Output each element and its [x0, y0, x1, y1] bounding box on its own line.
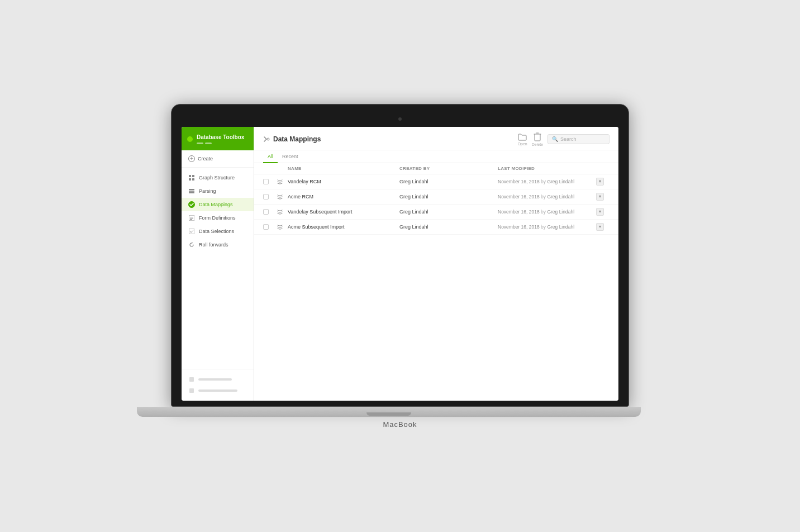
row-last-modified: November 16, 2018 by Greg Lindahl	[498, 194, 596, 200]
row-checkbox-cell	[263, 179, 277, 184]
search-input[interactable]	[560, 136, 605, 142]
svg-rect-5	[189, 191, 194, 192]
sidebar-item-label: Data Selections	[199, 229, 234, 234]
row-checkbox[interactable]	[263, 194, 269, 200]
sidebar-item-label: Data Mappings	[199, 202, 233, 207]
sidebar-create-button[interactable]: + Create	[182, 150, 254, 168]
main-title: Data Mappings	[273, 135, 321, 143]
sidebar-item-label: Graph Structure	[199, 175, 235, 180]
tab-recent[interactable]: Recent	[278, 150, 303, 163]
sidebar-item-label: Parsing	[199, 188, 216, 194]
open-button[interactable]: Open	[518, 133, 527, 146]
row-checkbox[interactable]	[263, 209, 269, 215]
macbook-notch	[366, 412, 411, 416]
data-table: NAME CREATED BY LAST MODIFIED	[254, 163, 618, 401]
row-action-button[interactable]: ▾	[596, 223, 604, 231]
sidebar-bottom-item-1	[188, 374, 247, 385]
sidebar-item-label: Roll forwards	[199, 242, 228, 248]
row-name: Acme RCM	[288, 194, 399, 200]
main-content: Data Mappings Open	[254, 127, 618, 401]
sidebar-subtitle-dots	[197, 142, 244, 144]
col-header-name: NAME	[288, 166, 399, 171]
camera-dot	[398, 117, 402, 121]
sidebar-item-data-selections[interactable]: Data Selections	[182, 225, 254, 238]
row-icon-cell	[277, 193, 288, 200]
table-body: Vandelay RCM Greg Lindahl November 16, 2…	[254, 174, 618, 235]
svg-rect-0	[189, 175, 191, 177]
delete-label: Delete	[532, 142, 543, 146]
tabs-bar: All Recent	[254, 150, 618, 163]
plus-circle-icon: +	[188, 155, 195, 162]
sidebar-item-label: Form Definitions	[199, 215, 236, 221]
svg-rect-10	[190, 218, 193, 218]
table-row: Acme RCM Greg Lindahl November 16, 2018 …	[254, 189, 618, 205]
col-header-actions	[596, 166, 609, 171]
subtitle-dot-1	[197, 142, 203, 144]
sidebar-item-graph-structure[interactable]: Graph Structure	[182, 171, 254, 184]
row-created-by: Greg Lindahl	[399, 224, 498, 230]
row-action-button[interactable]: ▾	[596, 208, 604, 216]
row-action-button[interactable]: ▾	[596, 178, 604, 186]
create-label: Create	[198, 156, 213, 162]
col-header-last-modified: LAST MODIFIED	[498, 166, 596, 171]
sidebar-item-data-mappings[interactable]: Data Mappings	[182, 198, 254, 211]
row-icon-cell	[277, 224, 288, 230]
bottom-icon-1	[188, 376, 195, 383]
row-last-modified: November 16, 2018 by Greg Lindahl	[498, 209, 596, 215]
row-action-button[interactable]: ▾	[596, 193, 604, 201]
row-created-by: Greg Lindahl	[399, 194, 498, 200]
sidebar-header: Database Toolbox	[182, 127, 254, 150]
form-icon	[188, 215, 195, 221]
sidebar-item-parsing[interactable]: Parsing	[182, 184, 254, 198]
macbook-screen-outer: Database Toolbox + Create	[171, 104, 629, 407]
svg-rect-2	[189, 178, 191, 180]
parsing-icon	[188, 188, 195, 194]
open-icon	[518, 133, 527, 141]
row-mapping-icon	[277, 224, 288, 230]
row-icon-cell	[277, 208, 288, 215]
row-created-by: Greg Lindahl	[399, 209, 498, 215]
tab-all[interactable]: All	[263, 150, 278, 163]
row-name: Acme Subsequent Import	[288, 224, 399, 230]
svg-rect-3	[192, 178, 194, 180]
table-row: Acme Subsequent Import Greg Lindahl Nove…	[254, 220, 618, 235]
row-action-cell: ▾	[596, 178, 609, 186]
row-checkbox[interactable]	[263, 224, 269, 230]
col-header-checkbox	[263, 166, 277, 171]
sidebar-bottom	[182, 369, 254, 401]
svg-rect-1	[192, 175, 194, 177]
row-mapping-icon	[277, 193, 288, 200]
svg-rect-4	[189, 189, 194, 190]
row-mapping-icon	[277, 208, 288, 215]
macbook-base	[137, 407, 641, 417]
row-checkbox-cell	[263, 194, 277, 200]
search-icon: 🔍	[552, 136, 558, 142]
app-container: Database Toolbox + Create	[182, 127, 618, 401]
row-checkbox[interactable]	[263, 179, 269, 184]
sidebar-logo-dot	[187, 136, 193, 142]
data-mappings-icon	[188, 201, 195, 208]
toolbar-actions: Open Delete	[518, 132, 609, 146]
data-mappings-title-icon	[263, 136, 270, 142]
col-header-icon	[277, 166, 288, 171]
table-header: NAME CREATED BY LAST MODIFIED	[254, 163, 618, 174]
delete-button[interactable]: Delete	[532, 132, 543, 146]
delete-icon	[534, 132, 541, 141]
sidebar-item-roll-forwards[interactable]: Roll forwards	[182, 238, 254, 251]
subtitle-dot-2	[205, 142, 212, 144]
svg-rect-9	[190, 217, 193, 217]
sidebar-item-form-definitions[interactable]: Form Definitions	[182, 211, 254, 225]
row-created-by: Greg Lindahl	[399, 179, 498, 184]
search-box: 🔍	[547, 134, 609, 144]
svg-rect-6	[189, 192, 194, 193]
row-name: Vandelay RCM	[288, 179, 399, 184]
sidebar-title-group: Database Toolbox	[197, 134, 244, 144]
svg-rect-11	[190, 219, 192, 220]
sidebar-bottom-bar-1	[198, 378, 232, 381]
row-mapping-icon	[277, 178, 288, 185]
row-action-cell: ▾	[596, 208, 609, 216]
macbook-wrapper: Database Toolbox + Create	[171, 104, 629, 429]
row-name: Vandelay Subsequent Import	[288, 209, 399, 215]
svg-point-13	[267, 138, 269, 140]
bottom-icon-2	[188, 387, 195, 394]
